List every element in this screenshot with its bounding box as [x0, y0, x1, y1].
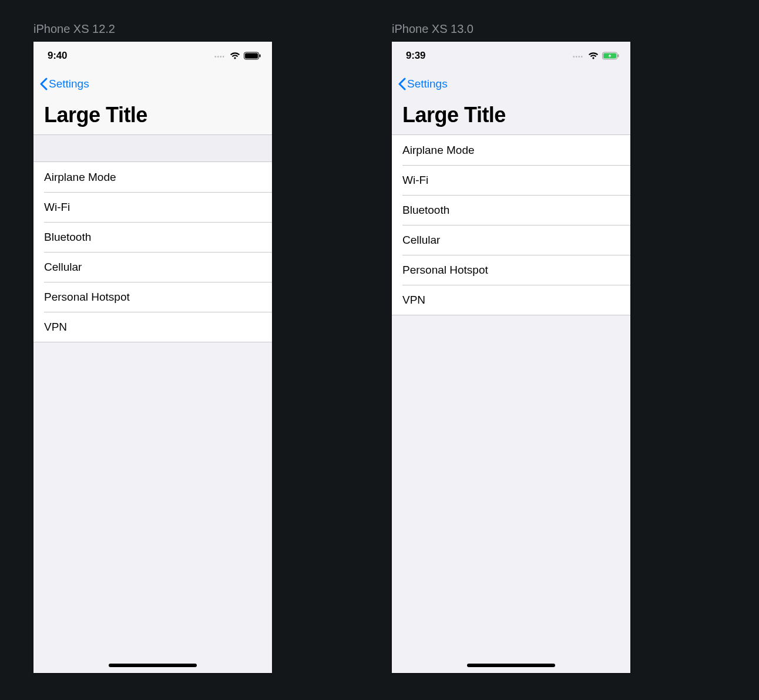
list-item-label: Wi-Fi: [402, 174, 428, 187]
svg-rect-1: [245, 53, 258, 59]
nav-back-label: Settings: [407, 78, 448, 90]
list-item-vpn[interactable]: VPN: [392, 285, 630, 315]
page-title: Large Title: [402, 103, 620, 127]
list-item-label: Personal Hotspot: [44, 291, 130, 304]
battery-charging-icon: [602, 52, 620, 60]
list-item-airplane-mode[interactable]: Airplane Mode: [33, 162, 272, 192]
list-item-label: Bluetooth: [44, 231, 91, 244]
settings-list: Airplane Mode Wi-Fi Bluetooth Cellular P…: [33, 162, 272, 342]
nav-back-label: Settings: [49, 78, 89, 90]
wifi-icon: [588, 52, 599, 60]
status-bar: 9:40 ••••: [33, 42, 272, 70]
list-item-label: Cellular: [402, 234, 440, 247]
list-section-spacer: [33, 135, 272, 162]
cellular-dots-icon: ••••: [214, 53, 225, 60]
home-indicator[interactable]: [467, 664, 555, 667]
list-item-personal-hotspot[interactable]: Personal Hotspot: [392, 255, 630, 285]
status-bar: 9:39 ••••: [392, 42, 630, 70]
phone-screenshot-ios13: 9:39 •••• Settings Large Title Airplane …: [392, 42, 630, 673]
large-title-row: Large Title: [33, 98, 272, 135]
wifi-icon: [230, 52, 240, 60]
chevron-left-icon: [39, 78, 48, 90]
home-indicator[interactable]: [109, 664, 197, 667]
status-time: 9:39: [406, 50, 425, 62]
phone-screenshot-ios12: 9:40 •••• Settings Large Title Airplane …: [33, 42, 272, 673]
list-item-label: VPN: [44, 321, 67, 334]
list-item-personal-hotspot[interactable]: Personal Hotspot: [33, 282, 272, 312]
list-item-cellular[interactable]: Cellular: [392, 225, 630, 255]
caption-right: iPhone XS 13.0: [392, 22, 473, 36]
list-item-airplane-mode[interactable]: Airplane Mode: [392, 135, 630, 165]
list-item-bluetooth[interactable]: Bluetooth: [392, 195, 630, 225]
status-time: 9:40: [48, 50, 67, 62]
chevron-left-icon: [398, 78, 406, 90]
status-icons: ••••: [573, 52, 620, 60]
list-item-bluetooth[interactable]: Bluetooth: [33, 222, 272, 252]
status-icons: ••••: [214, 52, 261, 60]
list-item-label: Bluetooth: [402, 204, 449, 217]
list-item-wifi[interactable]: Wi-Fi: [33, 192, 272, 222]
list-item-label: Personal Hotspot: [402, 264, 488, 277]
caption-left: iPhone XS 12.2: [33, 22, 115, 36]
nav-back-button[interactable]: Settings: [392, 70, 630, 98]
list-item-wifi[interactable]: Wi-Fi: [392, 165, 630, 195]
list-item-label: Airplane Mode: [402, 144, 475, 157]
cellular-dots-icon: ••••: [573, 53, 583, 60]
svg-rect-2: [260, 55, 261, 58]
settings-list: Airplane Mode Wi-Fi Bluetooth Cellular P…: [392, 134, 630, 315]
page-title: Large Title: [44, 103, 261, 127]
large-title-row: Large Title: [392, 98, 630, 134]
list-item-label: Wi-Fi: [44, 201, 70, 214]
list-item-label: Airplane Mode: [44, 171, 116, 184]
list-item-vpn[interactable]: VPN: [33, 312, 272, 342]
battery-icon: [244, 52, 261, 60]
list-item-label: Cellular: [44, 261, 82, 274]
nav-back-button[interactable]: Settings: [33, 70, 272, 98]
svg-rect-5: [618, 55, 619, 58]
list-item-cellular[interactable]: Cellular: [33, 252, 272, 282]
list-item-label: VPN: [402, 294, 425, 307]
